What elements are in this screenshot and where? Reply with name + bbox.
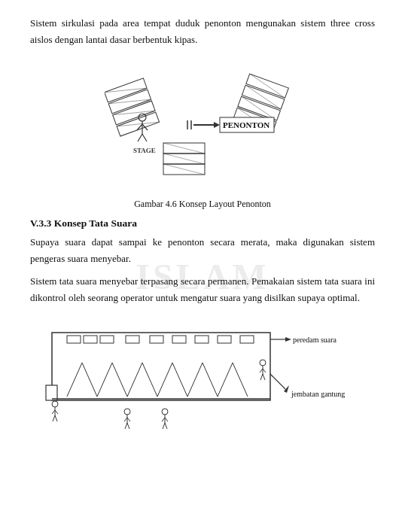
svg-line-31 xyxy=(138,134,142,141)
svg-point-58 xyxy=(162,409,168,415)
svg-line-20 xyxy=(163,154,205,164)
svg-marker-45 xyxy=(285,337,291,342)
svg-line-19 xyxy=(163,164,205,175)
svg-line-48 xyxy=(52,410,55,414)
stage-label: STAGE xyxy=(133,147,156,154)
svg-line-49 xyxy=(55,410,58,414)
caption-fig1: Gambar 4.6 Konsep Layout Penonton xyxy=(30,199,375,210)
svg-line-55 xyxy=(127,418,130,421)
svg-line-70 xyxy=(270,374,285,389)
penonton-label: PENONTON xyxy=(223,120,269,129)
svg-line-62 xyxy=(163,423,165,429)
section-heading-tata-suara: V.3.3 Konsep Tata Suara xyxy=(30,217,375,230)
jembatan-gantung-label: jembatan gantung xyxy=(291,390,345,398)
paragraph-intro: Sistem sirkulasi pada area tempat duduk … xyxy=(30,15,375,48)
svg-line-63 xyxy=(165,423,167,429)
svg-point-52 xyxy=(124,409,130,415)
diagram-tata-suara: peredam suara xyxy=(30,318,375,438)
svg-line-51 xyxy=(55,415,57,421)
svg-line-21 xyxy=(163,143,205,154)
svg-rect-34 xyxy=(46,385,57,400)
peredam-suara-label: peredam suara xyxy=(293,336,337,344)
svg-line-56 xyxy=(125,423,127,429)
svg-line-57 xyxy=(127,423,129,429)
svg-line-60 xyxy=(162,418,165,421)
svg-marker-23 xyxy=(214,122,220,128)
svg-line-32 xyxy=(142,134,147,141)
svg-marker-71 xyxy=(284,385,289,393)
svg-line-50 xyxy=(53,415,55,421)
svg-line-54 xyxy=(124,418,127,421)
svg-point-46 xyxy=(52,401,58,407)
svg-line-30 xyxy=(142,124,148,130)
paragraph-p3: Sistem tata suara menyebar terpasang sec… xyxy=(30,273,375,306)
svg-line-61 xyxy=(165,418,168,421)
diagram-layout-penonton: PENONTON STAGE xyxy=(30,59,375,194)
paragraph-p2: Supaya suara dapat sampai ke penonton se… xyxy=(30,234,375,267)
